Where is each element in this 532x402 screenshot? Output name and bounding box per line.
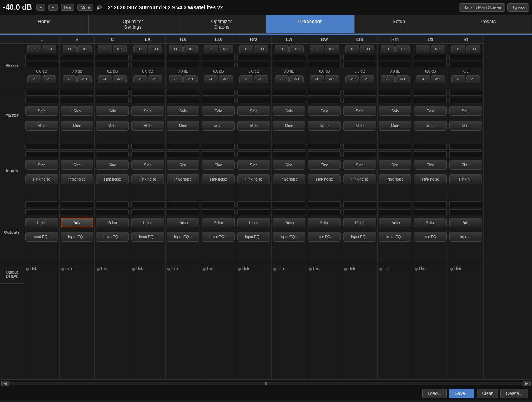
sine-Rt[interactable]: Sin... bbox=[449, 160, 482, 170]
link-label-R[interactable]: Link bbox=[65, 267, 72, 271]
pulse-Lfh[interactable]: Pulse bbox=[343, 218, 376, 227]
tab-optimizer-graphs[interactable]: OptimizerGraphs bbox=[177, 15, 266, 34]
pink-noise-Lfh[interactable]: Pink noise bbox=[343, 174, 376, 184]
tab-presets[interactable]: Presets bbox=[443, 15, 532, 34]
scrollbar-track[interactable] bbox=[9, 382, 523, 385]
pulse-Rrs[interactable]: Pulse bbox=[237, 218, 270, 227]
pink-noise-Rw[interactable]: Pink noise bbox=[308, 174, 341, 184]
solo-Rfh[interactable]: Solo bbox=[379, 106, 411, 116]
sine-Rrs[interactable]: Sine bbox=[237, 160, 270, 170]
pink-noise-Rt[interactable]: Pink n... bbox=[449, 174, 482, 184]
input-slider-R[interactable] bbox=[61, 144, 93, 150]
nudge-plus1-Rfh[interactable]: +1 bbox=[381, 45, 395, 53]
pulse-R-highlighted[interactable]: Pulse bbox=[61, 218, 93, 227]
nudge-plus01-Lrs[interactable]: +0.1 bbox=[219, 45, 233, 53]
nudge-plus1-Rw[interactable]: +1 bbox=[310, 45, 324, 53]
mute-Ltf[interactable]: Mute bbox=[414, 121, 447, 131]
sine-Rfh[interactable]: Sine bbox=[379, 160, 411, 170]
master-slider-L[interactable] bbox=[25, 90, 58, 96]
scrollbar-area[interactable]: ◀ ▶ bbox=[0, 379, 532, 387]
nudge-minus1-Rw[interactable]: -1 bbox=[310, 75, 324, 83]
nudge-plus1-C[interactable]: +1 bbox=[98, 45, 112, 53]
solo-Lfh[interactable]: Solo bbox=[343, 106, 376, 116]
sine-Lfh[interactable]: Sine bbox=[343, 160, 376, 170]
mute-button[interactable]: Mute bbox=[77, 4, 93, 11]
nudge-plus01-Rfh[interactable]: +0.1 bbox=[395, 45, 410, 53]
pulse-Ls[interactable]: Pulse bbox=[131, 218, 164, 227]
nudge-minus01-Lw[interactable]: -0.1 bbox=[289, 75, 304, 83]
nudge-minus01-Lrs[interactable]: -0.1 bbox=[219, 75, 233, 83]
nudge-minus01-Lfh[interactable]: -0.1 bbox=[360, 75, 374, 83]
nudge-plus1-L[interactable]: +1 bbox=[27, 45, 41, 53]
mute-Lfh[interactable]: Mute bbox=[343, 121, 376, 131]
bypass-button[interactable]: Bypass bbox=[507, 3, 529, 12]
nudge-plus01-Lw[interactable]: +0.1 bbox=[289, 45, 304, 53]
pulse-Rt[interactable]: Pul... bbox=[449, 218, 482, 227]
nudge-plus01-C[interactable]: +0.1 bbox=[113, 45, 127, 53]
nudge-plus01-Rs[interactable]: +0.1 bbox=[183, 45, 198, 53]
nudge-minus1-C[interactable]: -1 bbox=[98, 75, 112, 83]
pink-noise-C[interactable]: Pink noise bbox=[96, 174, 129, 184]
mute-R[interactable]: Mute bbox=[61, 121, 93, 131]
mute-Ls[interactable]: Mute bbox=[131, 121, 164, 131]
nudge-minus1-Lw[interactable]: -1 bbox=[275, 75, 289, 83]
sine-Ltf[interactable]: Sine bbox=[414, 160, 447, 170]
sine-Lrs[interactable]: Sine bbox=[202, 160, 235, 170]
input-eq-Rs[interactable]: Input EQ... bbox=[167, 232, 199, 242]
mute-Rs[interactable]: Mute bbox=[167, 121, 199, 131]
scroll-right-arrow[interactable]: ▶ bbox=[523, 381, 531, 386]
mute-Rt[interactable]: Mu... bbox=[449, 121, 482, 131]
nudge-plus01-Rw[interactable]: +0.1 bbox=[325, 45, 339, 53]
output-slider-L[interactable] bbox=[25, 201, 58, 207]
nudge-minus01-Ls[interactable]: -0.1 bbox=[148, 75, 162, 83]
sine-C[interactable]: Sine bbox=[96, 160, 129, 170]
nudge-minus01-L[interactable]: -0.1 bbox=[42, 75, 56, 83]
input-eq-Rw[interactable]: Input EQ... bbox=[308, 232, 341, 242]
solo-Rw[interactable]: Solo bbox=[308, 106, 341, 116]
input-eq-Ltf[interactable]: Input EQ... bbox=[414, 232, 447, 242]
delete-button[interactable]: Delete... bbox=[500, 389, 528, 398]
input-eq-Rt[interactable]: Input... bbox=[449, 232, 482, 242]
nudge-minus1-R[interactable]: -1 bbox=[63, 75, 77, 83]
solo-L[interactable]: Solo bbox=[25, 106, 58, 116]
pink-noise-Lw[interactable]: Pink noise bbox=[273, 174, 305, 184]
master-slider-R[interactable] bbox=[61, 90, 93, 96]
mute-Lw[interactable]: Mute bbox=[273, 121, 305, 131]
input-eq-Lw[interactable]: Input EQ... bbox=[273, 232, 305, 242]
sine-Rs[interactable]: Sine bbox=[167, 160, 199, 170]
link-label-L[interactable]: Link bbox=[30, 267, 37, 271]
nudge-plus01-Lfh[interactable]: +0.1 bbox=[360, 45, 374, 53]
input-eq-L[interactable]: Input EQ... bbox=[25, 232, 58, 242]
input-eq-Rrs[interactable]: Input EQ... bbox=[237, 232, 270, 242]
mute-Rrs[interactable]: Mute bbox=[237, 121, 270, 131]
pulse-L[interactable]: Pulse bbox=[25, 218, 58, 227]
nudge-minus1-Rs[interactable]: -1 bbox=[169, 75, 183, 83]
nudge-plus01-L[interactable]: +0.1 bbox=[42, 45, 56, 53]
sine-L[interactable]: Sine bbox=[25, 160, 58, 170]
solo-Ltf[interactable]: Solo bbox=[414, 106, 447, 116]
clear-button[interactable]: Clear bbox=[477, 389, 499, 398]
pink-noise-Ltf[interactable]: Pink noise bbox=[414, 174, 447, 184]
input-eq-C[interactable]: Input EQ... bbox=[96, 232, 129, 242]
solo-Rrs[interactable]: Solo bbox=[237, 106, 270, 116]
pulse-Lrs[interactable]: Pulse bbox=[202, 218, 235, 227]
pulse-Lw[interactable]: Pulse bbox=[273, 218, 305, 227]
sine-Ls[interactable]: Sine bbox=[131, 160, 164, 170]
pink-noise-Rfh[interactable]: Pink noise bbox=[379, 174, 411, 184]
pink-noise-Ls[interactable]: Pink noise bbox=[131, 174, 164, 184]
nudge-minus01-Rrs[interactable]: -0.1 bbox=[254, 75, 268, 83]
nudge-minus01-Rt[interactable]: -0.1 bbox=[466, 75, 480, 83]
nudge-plus1-Ls[interactable]: +1 bbox=[133, 45, 147, 53]
dim-button[interactable]: Dim bbox=[61, 4, 75, 11]
pink-noise-Lrs[interactable]: Pink noise bbox=[202, 174, 235, 184]
nudge-minus1-Lfh[interactable]: -1 bbox=[345, 75, 359, 83]
tab-setup[interactable]: Setup bbox=[355, 15, 443, 34]
solo-Lrs[interactable]: Solo bbox=[202, 106, 235, 116]
nudge-minus01-R[interactable]: -0.1 bbox=[77, 75, 92, 83]
nudge-plus1-Ltf[interactable]: +1 bbox=[416, 45, 430, 53]
nudge-plus1-R[interactable]: +1 bbox=[63, 45, 77, 53]
tab-optimizer-settings[interactable]: OptimizerSettings bbox=[89, 15, 177, 34]
nudge-minus01-Rs[interactable]: -0.1 bbox=[183, 75, 198, 83]
solo-R[interactable]: Solo bbox=[61, 106, 93, 116]
pulse-C[interactable]: Pulse bbox=[96, 218, 129, 227]
